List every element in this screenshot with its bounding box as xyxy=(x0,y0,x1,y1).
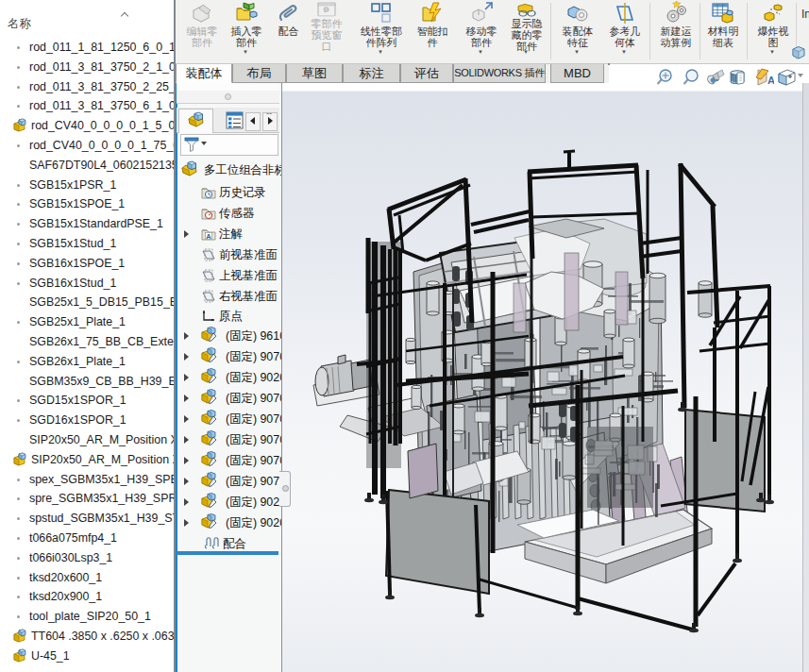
svg-text:A: A xyxy=(206,232,211,241)
svg-text:A: A xyxy=(767,75,774,86)
